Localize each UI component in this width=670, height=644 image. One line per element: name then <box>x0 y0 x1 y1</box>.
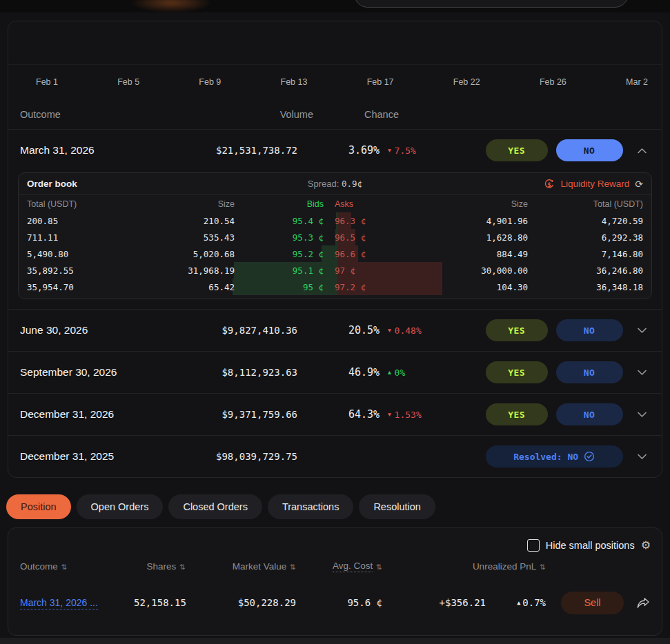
resolved-label: Resolved: NO <box>513 452 578 462</box>
share-icon[interactable] <box>636 597 650 609</box>
ask-total: 36,348.18 <box>536 282 651 292</box>
positions-column-header[interactable]: Avg. Cost⇅ <box>296 561 382 572</box>
tab-position[interactable]: Position <box>6 494 71 519</box>
positions-column-header[interactable]: Outcome⇅ <box>20 561 134 572</box>
no-button[interactable]: NO <box>556 403 623 425</box>
order-book-row[interactable]: 5,490.805,020.6895.2 ¢96.6 ¢884.497,146.… <box>19 245 651 262</box>
bid-total: 200.85 <box>19 216 122 226</box>
ask-size: 30,000.00 <box>415 265 536 276</box>
order-book-row[interactable]: 35,892.5531,968.1995.1 ¢97 ¢30,000.0036,… <box>19 262 651 279</box>
no-button[interactable]: NO <box>556 361 623 383</box>
sort-icon[interactable]: ⇅ <box>376 563 382 571</box>
x-axis-tick: Feb 1 <box>36 77 58 87</box>
order-book-row[interactable]: 35,954.7065.4295 ¢97.2 ¢104.3036,348.18 <box>19 279 651 295</box>
sort-icon[interactable]: ⇅ <box>290 563 296 571</box>
chevron-down-icon[interactable] <box>633 370 652 376</box>
bottom-tabs: PositionOpen OrdersClosed OrdersTransact… <box>6 494 435 519</box>
yes-button[interactable]: YES <box>486 403 548 425</box>
tab-resolution[interactable]: Resolution <box>359 494 435 519</box>
column-header-size-left: Size <box>122 199 243 209</box>
page-bottom-strip <box>0 638 670 644</box>
chance-value: 3.69% <box>348 144 380 157</box>
outcome-label: December 31, 2026 <box>20 408 206 421</box>
change-value: 1.53% <box>395 410 422 420</box>
position-actions: Sell <box>546 592 650 614</box>
bid-price: 95.4 ¢ <box>243 216 329 226</box>
position-avg-cost: 95.6 ¢ <box>296 597 382 608</box>
market-card: Feb 1Feb 5Feb 9Feb 13Feb 17Feb 22Feb 26M… <box>8 21 662 478</box>
volume-value: $98,039,729.75 <box>206 451 297 462</box>
sort-icon[interactable]: ⇅ <box>540 563 546 571</box>
change-badge: ▼1.53% <box>386 410 422 420</box>
no-button[interactable]: NO <box>556 139 623 161</box>
brand-logo-glow <box>130 0 213 12</box>
market-row[interactable]: December 31, 2026$9,371,759.6664.3%▼1.53… <box>8 393 662 435</box>
change-value: 7.5% <box>395 145 416 156</box>
volume-value: $8,112,923.63 <box>206 367 297 378</box>
sell-button[interactable]: Sell <box>561 592 624 614</box>
change-badge: ▼7.5% <box>386 145 416 156</box>
bid-price: 95.1 ¢ <box>243 265 329 276</box>
tab-transactions[interactable]: Transactions <box>268 494 353 519</box>
x-axis-tick: Feb 22 <box>453 77 480 87</box>
outcome-label: June 30, 2026 <box>20 324 206 336</box>
column-header-total-left: Total (USDT) <box>19 199 122 209</box>
chevron-down-icon[interactable] <box>633 454 652 460</box>
liquidity-reward-label[interactable]: Liquidity Reward <box>560 179 629 189</box>
order-book-row[interactable]: 711.11535.4395.3 ¢96.5 ¢1,628.806,292.38 <box>19 229 651 245</box>
trade-buttons: YESNO <box>486 403 623 425</box>
trade-buttons: YESNO <box>486 361 623 383</box>
x-axis-tick: Mar 2 <box>626 77 648 87</box>
ask-size: 104.30 <box>415 282 536 292</box>
tab-closed-orders[interactable]: Closed Orders <box>168 494 262 519</box>
ask-price: 96.3 ¢ <box>329 216 415 226</box>
market-row[interactable]: March 31, 2026$21,531,738.723.69%▼7.5%YE… <box>8 130 662 171</box>
position-outcome-link[interactable]: March 31, 2026 ... <box>20 597 98 610</box>
gear-icon[interactable]: ⚙ <box>641 540 651 551</box>
liquidity-reward-icon: $ <box>544 179 555 190</box>
position-unrealized-pnl: +$356.21 <box>382 597 486 608</box>
positions-column-header[interactable]: Market Value⇅ <box>186 561 296 572</box>
positions-table-header: Outcome⇅Shares⇅Market Value⇅Avg. Cost⇅Un… <box>8 561 662 572</box>
triangle-up-icon: ▲ <box>386 369 392 376</box>
positions-column-header[interactable]: Shares⇅ <box>134 561 186 572</box>
market-row[interactable]: June 30, 2026$9,827,410.3620.5%▼0.48%YES… <box>8 309 662 351</box>
market-table-header: Outcome Volume Chance <box>8 99 662 130</box>
yes-button[interactable]: YES <box>486 139 548 161</box>
yes-button[interactable]: YES <box>486 361 548 383</box>
chance-value: 64.3% <box>348 408 380 421</box>
bid-size: 31,968.19 <box>122 265 243 276</box>
position-pnl-percent: ▲0.7% <box>486 597 546 608</box>
chance-cell: 3.69%▼7.5% <box>348 144 486 157</box>
triangle-down-icon: ▼ <box>386 147 392 154</box>
search-input[interactable] <box>354 0 629 8</box>
chevron-down-icon[interactable] <box>633 328 652 334</box>
ask-size: 1,628.80 <box>415 232 536 243</box>
triangle-up-icon: ▲ <box>517 599 520 606</box>
ask-size: 4,901.96 <box>415 216 536 226</box>
column-header-bids: Bids <box>243 199 329 209</box>
yes-button[interactable]: YES <box>486 319 548 341</box>
chevron-down-icon[interactable] <box>633 412 652 418</box>
order-book-row[interactable]: 200.85210.5495.4 ¢96.3 ¢4,901.964,720.59 <box>19 212 651 229</box>
market-row[interactable]: September 30, 2026$8,112,923.6346.9%▲0%Y… <box>8 351 662 393</box>
outcome-label: September 30, 2026 <box>20 366 206 379</box>
positions-column-label: Unrealized PnL <box>473 561 536 572</box>
sort-icon[interactable]: ⇅ <box>61 563 68 571</box>
chance-value: 20.5% <box>348 324 380 336</box>
tab-open-orders[interactable]: Open Orders <box>77 494 164 519</box>
ask-total: 4,720.59 <box>536 216 651 226</box>
order-book-column-headers: Total (USDT) Size Bids Asks Size Total (… <box>19 195 651 212</box>
triangle-down-icon: ▼ <box>386 327 392 334</box>
positions-column-header[interactable]: Unrealized PnL⇅ <box>382 561 546 572</box>
change-badge: ▼0.48% <box>386 325 422 336</box>
chance-value: 46.9% <box>348 366 380 379</box>
chevron-up-icon[interactable] <box>633 148 652 154</box>
market-row[interactable]: December 31, 2025$98,039,729.75Resolved:… <box>8 435 662 477</box>
refresh-icon[interactable]: ⟳ <box>635 179 643 190</box>
sort-icon[interactable]: ⇅ <box>179 563 186 571</box>
no-button[interactable]: NO <box>556 319 623 341</box>
bid-total: 5,490.80 <box>19 249 122 259</box>
hide-small-positions-checkbox[interactable] <box>527 539 540 552</box>
spread-value: 0.9¢ <box>342 179 362 189</box>
